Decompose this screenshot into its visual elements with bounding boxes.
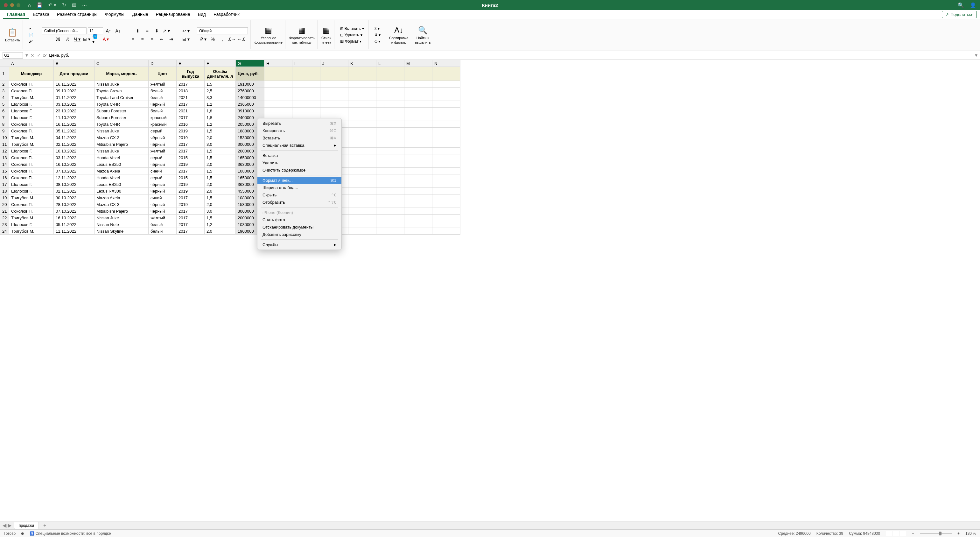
cell[interactable] (376, 161, 404, 168)
cell[interactable]: Дата продажи (54, 67, 94, 81)
cell[interactable] (348, 194, 376, 201)
cell[interactable]: 2017 (177, 228, 205, 234)
cell[interactable]: 14000000 (236, 94, 264, 101)
cell[interactable] (433, 141, 460, 148)
cell[interactable]: 1,8 (205, 108, 236, 114)
cell[interactable] (433, 81, 460, 88)
align-center-icon[interactable]: ≡ (138, 36, 147, 43)
cell[interactable]: 2017 (177, 208, 205, 215)
cell[interactable]: 3,3 (205, 94, 236, 101)
context-services[interactable]: Службы▶ (258, 241, 341, 248)
cell[interactable] (376, 141, 404, 148)
context-take-photo[interactable]: Снять фото (258, 216, 341, 223)
cell[interactable]: Lexus ES250 (94, 181, 149, 188)
cell[interactable]: 3910000 (236, 108, 264, 114)
cell[interactable] (376, 168, 404, 174)
find-select-button[interactable]: 🔍 Найти и выделить (415, 25, 431, 44)
format-as-table-button[interactable]: ▦ Форматировать как таблицу (289, 25, 315, 44)
name-box-dropdown-icon[interactable]: ▾ (25, 52, 28, 58)
cell[interactable]: Соколов П. (9, 81, 54, 88)
cell[interactable]: 1,5 (205, 174, 236, 181)
align-right-icon[interactable]: ≡ (148, 36, 156, 43)
context-add-sketch[interactable]: Добавить зарисовку (258, 231, 341, 238)
cell[interactable]: Менеджер (9, 67, 54, 81)
paste-button[interactable]: 📋 Вставить (5, 27, 20, 42)
row-header[interactable]: 5 (0, 101, 9, 108)
cell[interactable]: Шолохов Г. (9, 114, 54, 121)
cell[interactable] (376, 208, 404, 215)
cell[interactable]: Toyota Land Cruiser (94, 94, 149, 101)
cell[interactable]: Тригубов М. (9, 94, 54, 101)
cell[interactable]: Соколов П. (9, 88, 54, 94)
menu-рецензирование[interactable]: Рецензирование (152, 11, 194, 19)
cell[interactable]: 1,5 (205, 81, 236, 88)
cell[interactable]: 03.11.2022 (54, 155, 94, 161)
zoom-out-icon[interactable]: − (912, 531, 914, 536)
cell[interactable]: 2,0 (205, 201, 236, 208)
row-header[interactable]: 23 (0, 221, 9, 228)
row-header[interactable]: 4 (0, 94, 9, 101)
cell[interactable]: красный (149, 121, 177, 127)
cell[interactable] (264, 101, 293, 108)
cell[interactable]: чёрный (149, 188, 177, 194)
cell[interactable]: 1,2 (205, 221, 236, 228)
cell[interactable]: Nissan Skyline (94, 228, 149, 234)
cell[interactable] (404, 121, 433, 127)
cell[interactable] (433, 181, 460, 188)
grid-container[interactable]: ABCDEFGHIJKLMN1МенеджерДата продажиМарка… (0, 60, 980, 521)
cell[interactable]: 1,5 (205, 127, 236, 134)
cell[interactable] (404, 188, 433, 194)
menu-разработчик[interactable]: Разработчик (210, 11, 243, 19)
cell[interactable] (404, 108, 433, 114)
cell[interactable] (433, 134, 460, 141)
cell[interactable]: 12.11.2022 (54, 174, 94, 181)
cell[interactable]: 1,5 (205, 194, 236, 201)
align-left-icon[interactable]: ≡ (129, 36, 137, 43)
cell[interactable] (293, 67, 320, 81)
context-paste-special[interactable]: Специальная вставка▶ (258, 142, 341, 149)
cut-button[interactable]: ✂ (27, 26, 34, 32)
font-color-button[interactable]: A ▾ (102, 36, 110, 43)
row-header[interactable]: 14 (0, 161, 9, 168)
context-insert[interactable]: Вставка (258, 152, 341, 159)
cell[interactable] (264, 88, 293, 94)
cell[interactable] (433, 101, 460, 108)
cell[interactable] (320, 101, 348, 108)
increase-indent-icon[interactable]: ⇥ (167, 36, 175, 43)
cell[interactable]: 2017 (177, 141, 205, 148)
cell[interactable] (376, 134, 404, 141)
row-header[interactable]: 20 (0, 201, 9, 208)
delete-cells-button[interactable]: ⊟Удалить ▾ (338, 32, 366, 38)
cell[interactable]: 2019 (177, 188, 205, 194)
cell[interactable] (376, 155, 404, 161)
cell[interactable]: серый (149, 127, 177, 134)
row-header[interactable]: 6 (0, 108, 9, 114)
cell[interactable] (293, 81, 320, 88)
cell[interactable]: чёрный (149, 141, 177, 148)
formula-input[interactable]: Цена, руб. (49, 53, 972, 57)
row-header[interactable]: 12 (0, 148, 9, 155)
row-header[interactable]: 10 (0, 134, 9, 141)
cell[interactable]: Тригубов М. (9, 215, 54, 221)
decrease-indent-icon[interactable]: ⇤ (158, 36, 166, 43)
menu-формулы[interactable]: Формулы (101, 11, 128, 19)
cell[interactable]: 05.11.2022 (54, 221, 94, 228)
view-page-break-icon[interactable] (900, 531, 906, 536)
cell[interactable] (348, 221, 376, 228)
cell[interactable] (404, 181, 433, 188)
col-header-B[interactable]: B (54, 60, 94, 67)
sheet-tab[interactable]: продажи (14, 522, 39, 529)
cell[interactable] (264, 67, 293, 81)
cell[interactable]: 1,5 (205, 155, 236, 161)
cell[interactable]: 10.10.2022 (54, 148, 94, 155)
cell[interactable]: 01.11.2022 (54, 94, 94, 101)
cell[interactable]: Nissan Juke (94, 127, 149, 134)
fill-color-button[interactable]: 🪣 ▾ (92, 36, 100, 43)
name-box[interactable] (3, 52, 23, 59)
cancel-formula-icon[interactable]: ✕ (30, 53, 34, 58)
row-header[interactable]: 21 (0, 208, 9, 215)
cell[interactable] (348, 94, 376, 101)
zoom-slider[interactable] (920, 533, 952, 534)
cell[interactable] (404, 174, 433, 181)
underline-button[interactable]: Ч ▾ (73, 36, 81, 43)
